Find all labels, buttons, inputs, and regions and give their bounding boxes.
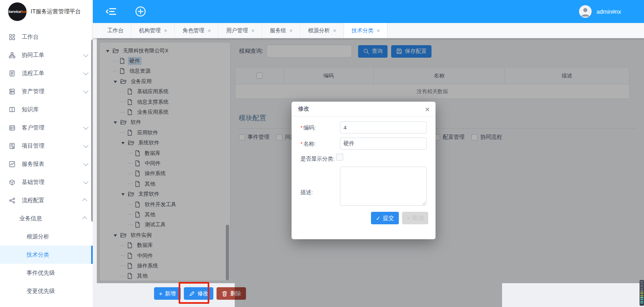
code-field-row: *编码: [300, 121, 427, 134]
required-mark: * [300, 141, 302, 147]
show-category-checkbox[interactable] [336, 154, 343, 161]
submit-button[interactable]: ✓ 提交 [371, 212, 399, 224]
sidebar-item-项目管理[interactable]: 项目管理 [0, 137, 93, 155]
description-field-row: 描述: [300, 167, 427, 207]
tab-bar: 工作台机构管理×角色管理×用户管理×服务组×根源分析×技术分类× [93, 23, 644, 38]
doclist-icon [9, 70, 16, 77]
tab-close-icon[interactable]: × [333, 28, 336, 33]
新增-button[interactable]: +新增 [154, 287, 181, 300]
chevron-down-icon [83, 161, 89, 166]
show-category-row: 是否显示分类: [300, 152, 427, 163]
sidebar-item-客户管理[interactable]: 客户管理 [0, 119, 93, 137]
code-input[interactable] [340, 121, 427, 134]
tab-label: 技术分类 [352, 27, 373, 34]
tab-label: 根源分析 [308, 27, 330, 34]
name-label: *名称: [300, 138, 340, 148]
name-field-row: *名称: [300, 138, 427, 150]
chart-icon [9, 161, 16, 168]
org-icon [9, 52, 16, 59]
tab-close-icon[interactable]: × [290, 28, 293, 33]
sidebar-item-根源分析[interactable]: 根源分析 [0, 228, 93, 246]
tab-close-icon[interactable]: × [377, 28, 380, 33]
indicator-green-stripes [640, 292, 643, 297]
chevron-down-icon [83, 52, 89, 57]
name-input[interactable] [340, 138, 427, 150]
button-label: 新增 [165, 290, 176, 297]
check-icon: ✓ [376, 215, 381, 221]
sidebar-item-变更优先级[interactable]: 变更优先级 [0, 282, 93, 300]
tab-机构管理[interactable]: 机构管理× [131, 23, 175, 38]
annotation-highlight-box [179, 282, 209, 304]
sidebar-item-业务信息[interactable]: 业务信息 [0, 209, 93, 228]
sidebar-item-label: 基础管理 [22, 179, 44, 186]
sidebar-item-资产管理[interactable]: 资产管理 [0, 82, 93, 100]
tab-label: 工作台 [107, 27, 124, 34]
chevron-up-icon [82, 217, 88, 222]
sidebar-item-label: 根源分析 [27, 233, 49, 240]
sidebar-item-label: 流程配置 [22, 197, 44, 204]
sidebar-item-label: 知识库 [22, 106, 39, 113]
tab-label: 机构管理 [139, 27, 161, 34]
tab-角色管理[interactable]: 角色管理× [175, 23, 219, 38]
resize-grip-icon[interactable] [422, 202, 425, 205]
user-area[interactable]: admin#nx [579, 5, 621, 18]
tab-技术分类[interactable]: 技术分类× [344, 23, 388, 38]
sidebar-item-label: 客户管理 [22, 124, 44, 132]
app-root: Servicehot IT服务运营管理平台 admin#nx 工作台协同工单流程… [0, 0, 644, 307]
required-mark: * [300, 125, 302, 131]
tab-close-icon[interactable]: × [208, 28, 211, 33]
username: admin#nx [596, 8, 621, 15]
collapse-menu-icon[interactable] [106, 7, 117, 16]
sidebar-item-知识库[interactable]: 知识库 [0, 100, 93, 119]
sidebar-items: 工作台协同工单流程工单资产管理知识库客户管理项目管理服务报表基础管理流程配置业务… [0, 28, 93, 300]
description-textarea[interactable] [340, 167, 427, 206]
sidebar-item-label: 工作台 [22, 33, 39, 41]
main-layout: 工作台协同工单流程工单资产管理知识库客户管理项目管理服务报表基础管理流程配置业务… [0, 23, 644, 307]
sidebar-item-技术分类[interactable]: 技术分类 [0, 246, 93, 264]
cube-icon [9, 179, 16, 186]
edit-modal: 修改 × *编码: *名称: 是否显示分类: [292, 102, 436, 239]
indicator-gray-stripes [640, 281, 643, 292]
tab-服务组[interactable]: 服务组× [262, 23, 300, 38]
tab-close-icon[interactable]: × [164, 28, 167, 33]
plus-icon: + [159, 290, 163, 297]
indicator-cyan-stripes [640, 297, 643, 305]
sidebar-item-服务报表[interactable]: 服务报表 [0, 155, 93, 173]
avatar[interactable] [579, 5, 592, 18]
logo-text: Servicehot [8, 10, 27, 14]
modal-header: 修改 × [292, 102, 436, 117]
chevron-down-icon [83, 179, 89, 184]
chevron-up-icon [82, 198, 88, 204]
tab-根源分析[interactable]: 根源分析× [300, 23, 344, 38]
tab-label: 角色管理 [183, 27, 204, 34]
add-tab-icon[interactable] [135, 6, 146, 17]
code-label: *编码: [300, 121, 340, 132]
tab-工作台[interactable]: 工作台 [100, 23, 131, 38]
sidebar-item-工作台[interactable]: 工作台 [0, 28, 93, 46]
sidebar-item-label: 协同工单 [22, 52, 44, 59]
sidebar-item-流程工单[interactable]: 流程工单 [0, 64, 93, 82]
modal-footer: ✓ 提交 × 取消 [371, 212, 428, 224]
chevron-down-icon [83, 125, 89, 130]
sidebar-item-label: 资产管理 [22, 88, 44, 95]
grid-icon [9, 33, 16, 41]
close-icon[interactable]: × [425, 105, 430, 113]
sidebar-item-基础管理[interactable]: 基础管理 [0, 173, 93, 191]
modal-title: 修改 [298, 105, 309, 113]
server-icon [9, 88, 16, 95]
scroll-indicator-widget [640, 280, 644, 306]
cancel-button[interactable]: × 取消 [402, 212, 428, 224]
chevron-down-icon [83, 143, 89, 148]
tab-close-icon[interactable]: × [251, 28, 254, 33]
tab-label: 用户管理 [226, 27, 248, 34]
book-icon [9, 106, 16, 113]
main-column: 工作台机构管理×角色管理×用户管理×服务组×根源分析×技术分类× 无限科技有限公… [93, 23, 644, 307]
sidebar-item-事件优先级[interactable]: 事件优先级 [0, 264, 93, 282]
sidebar-item-流程配置[interactable]: 流程配置 [0, 191, 93, 209]
project-icon [9, 142, 16, 150]
sidebar-item-协同工单[interactable]: 协同工单 [0, 46, 93, 64]
share-icon [9, 197, 16, 204]
sidebar-item-label: 项目管理 [22, 142, 44, 150]
trash-icon [221, 290, 228, 297]
tab-用户管理[interactable]: 用户管理× [219, 23, 262, 38]
